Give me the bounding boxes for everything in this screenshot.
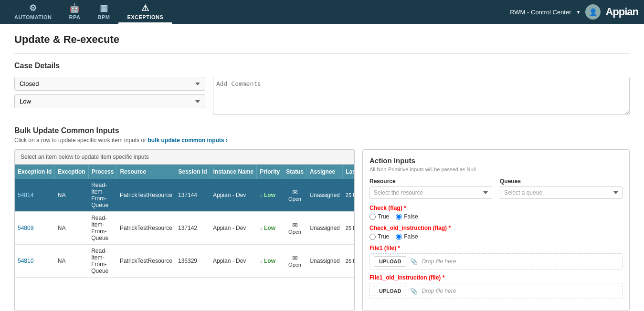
- priority-cell: ↓ Low: [257, 179, 283, 212]
- top-navigation: ⚙ AUTOMATION 🤖 RPA ▦ BPM ⚠ EXCEPTIONS RW…: [0, 0, 644, 24]
- table-row[interactable]: 54814 NA Read-Item-From-Queue PatrickTes…: [15, 179, 355, 212]
- exception-id-cell[interactable]: 54810: [15, 245, 55, 278]
- exception-cell: NA: [55, 245, 88, 278]
- avatar[interactable]: 👤: [585, 4, 601, 20]
- col-last-updated: Last Updated: [343, 165, 355, 179]
- file1-section: File1 (file) * UPLOAD 📎 Drop file here: [370, 245, 623, 270]
- resource-cell: PatrickTestResource: [117, 245, 175, 278]
- check-false-radio-label[interactable]: False: [396, 213, 418, 220]
- process-cell: Read-Item-From-Queue: [88, 179, 117, 212]
- nav-rpa-label: RPA: [69, 14, 81, 20]
- status-cell: ✉Open: [283, 245, 307, 278]
- table-panel-header: Select an item below to update item spec…: [15, 150, 354, 165]
- col-instance-name: Instance Name: [210, 165, 257, 179]
- session-id-cell: 137144: [175, 179, 210, 212]
- check-old-true-radio[interactable]: [370, 234, 376, 240]
- priority-select[interactable]: Low Medium High: [14, 94, 205, 108]
- nav-exceptions[interactable]: ⚠ EXCEPTIONS: [118, 0, 172, 24]
- file1-old-drop-text: Drop file here: [422, 288, 456, 294]
- check-true-label: True: [378, 213, 389, 220]
- status-cell: ✉Open: [283, 179, 307, 212]
- nav-right: RWM - Control Center ▼ 👤 Appian: [510, 4, 638, 20]
- check-old-radios: True False: [370, 233, 623, 240]
- status-cell: ✉Open: [283, 212, 307, 245]
- file1-label: File1 (file) *: [370, 245, 623, 251]
- resource-label: Resource: [370, 178, 492, 185]
- nav-automation[interactable]: ⚙ AUTOMATION: [6, 0, 61, 24]
- resource-select[interactable]: Select the resource: [370, 187, 492, 199]
- check-old-section: Check_old_instruction (flag) * True Fals…: [370, 225, 623, 240]
- file1-old-section: File1_old_instruction (file) * UPLOAD 📎 …: [370, 274, 623, 299]
- file1-old-upload-row: UPLOAD 📎 Drop file here: [370, 283, 623, 299]
- assignee-cell: Unassigned: [306, 245, 342, 278]
- priority-cell: ↓ Low: [257, 245, 283, 278]
- check-old-false-label: False: [404, 233, 418, 240]
- exception-id-cell[interactable]: 54809: [15, 212, 55, 245]
- assignee-cell: Unassigned: [306, 179, 342, 212]
- check-flag-radios: True False: [370, 213, 623, 220]
- file1-old-upload-button[interactable]: UPLOAD: [374, 286, 406, 296]
- case-select-group: Closed Open Pending Low Medium High: [14, 77, 205, 115]
- priority-cell: ↓ Low: [257, 212, 283, 245]
- exception-cell: NA: [55, 179, 88, 212]
- resource-field: Resource Select the resource: [370, 178, 492, 199]
- section-divider: [14, 53, 630, 54]
- table-row[interactable]: 54809 NA Read-Item-From-Queue PatrickTes…: [15, 212, 355, 245]
- bpm-icon: ▦: [100, 3, 108, 13]
- nav-rpa[interactable]: 🤖 RPA: [61, 0, 89, 24]
- nav-automation-label: AUTOMATION: [14, 14, 52, 20]
- col-session-id: Session Id: [175, 165, 210, 179]
- file1-drop-text: Drop file here: [422, 258, 456, 265]
- check-false-radio[interactable]: [396, 214, 402, 220]
- process-cell: Read-Item-From-Queue: [88, 212, 117, 245]
- rpa-icon: 🤖: [69, 3, 80, 13]
- exception-id-cell[interactable]: 54814: [15, 179, 55, 212]
- col-process: Process: [88, 165, 117, 179]
- table-panel: Select an item below to update item spec…: [14, 149, 355, 311]
- check-flag-label: Check (flag) *: [370, 205, 623, 211]
- table-header-row: Exception Id Exception Process Resource …: [15, 165, 355, 179]
- instance-name-cell: Appian - Dev: [210, 245, 257, 278]
- check-old-false-radio[interactable]: [396, 234, 402, 240]
- status-select[interactable]: Closed Open Pending: [14, 77, 205, 91]
- last-updated-cell: 25 May 2021 06:58 PM: [343, 212, 355, 245]
- check-old-label: Check_old_instruction (flag) *: [370, 225, 623, 231]
- process-cell: Read-Item-From-Queue: [88, 245, 117, 278]
- col-priority: Priority: [257, 165, 283, 179]
- nav-items: ⚙ AUTOMATION 🤖 RPA ▦ BPM ⚠ EXCEPTIONS: [6, 0, 510, 24]
- comments-textarea[interactable]: [213, 77, 630, 115]
- file1-old-label: File1_old_instruction (file) *: [370, 274, 623, 281]
- file1-upload-icon: 📎: [410, 258, 418, 265]
- main-content: Update & Re-execute Case Details Closed …: [0, 24, 644, 311]
- session-id-cell: 137142: [175, 212, 210, 245]
- file1-upload-button[interactable]: UPLOAD: [374, 256, 406, 267]
- resource-queues-row: Resource Select the resource Queues Sele…: [370, 178, 623, 199]
- nav-bpm-label: BPM: [97, 14, 110, 20]
- last-updated-cell: 25 May 2021 06:58 PM: [343, 245, 355, 278]
- last-updated-cell: 25 May 2021 07:56 PM: [343, 179, 355, 212]
- session-id-cell: 136329: [175, 245, 210, 278]
- check-true-radio-label[interactable]: True: [370, 213, 389, 220]
- instance-name-cell: Appian - Dev: [210, 179, 257, 212]
- check-flag-section: Check (flag) * True False: [370, 205, 623, 220]
- queues-field: Queues Select a queue: [500, 178, 623, 199]
- app-title[interactable]: RWM - Control Center: [510, 9, 571, 16]
- queues-select[interactable]: Select a queue: [500, 187, 623, 199]
- nav-bpm[interactable]: ▦ BPM: [89, 0, 118, 24]
- col-status: Status: [283, 165, 307, 179]
- col-exception-id: Exception Id: [15, 165, 55, 179]
- resource-cell: PatrickTestResource: [117, 179, 175, 212]
- nav-exceptions-label: EXCEPTIONS: [127, 14, 163, 20]
- exception-cell: NA: [55, 212, 88, 245]
- automation-icon: ⚙: [29, 3, 37, 13]
- check-old-true-radio-label[interactable]: True: [370, 233, 389, 240]
- check-old-true-label: True: [378, 233, 389, 240]
- action-inputs-title: Action Inputs: [370, 156, 623, 165]
- bulk-update-link[interactable]: bulk update common inputs ›: [148, 137, 227, 144]
- check-true-radio[interactable]: [370, 214, 376, 220]
- case-details-title: Case Details: [14, 62, 630, 70]
- table-row[interactable]: 54810 NA Read-Item-From-Queue PatrickTes…: [15, 245, 355, 278]
- page-title: Update & Re-execute: [14, 33, 630, 46]
- col-resource: Resource: [117, 165, 175, 179]
- check-old-false-radio-label[interactable]: False: [396, 233, 418, 240]
